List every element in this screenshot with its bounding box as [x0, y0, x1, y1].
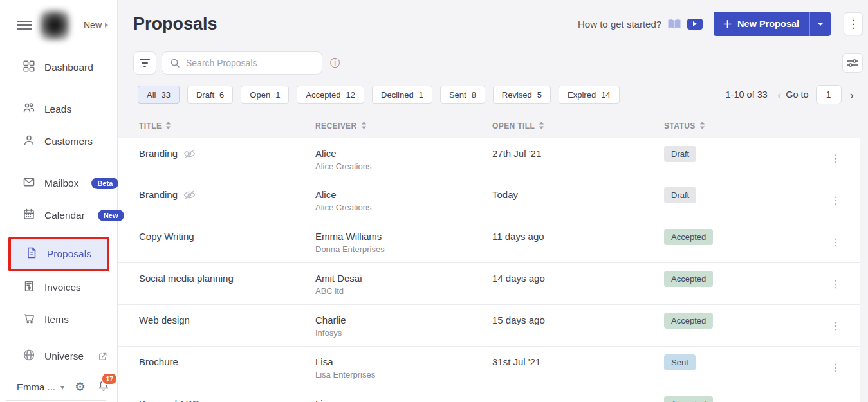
dashboard-icon — [23, 60, 35, 75]
table-row[interactable]: Branding Alice Alice Creations Today Dra… — [118, 179, 860, 221]
sidebar-new-link[interactable]: New — [84, 20, 108, 30]
table-row[interactable]: Branding Alice Alice Creations 27th Jul … — [118, 138, 860, 179]
sidebar-item-label: Invoices — [44, 282, 81, 293]
sidebar-item-label: Proposals — [47, 248, 91, 260]
sidebar-item-universe[interactable]: Universe — [0, 340, 117, 372]
eye-off-icon — [183, 149, 196, 158]
table-row[interactable]: Proposal ABC Lisa Accepted ⋮ — [118, 388, 860, 402]
column-header-receiver[interactable]: RECEIVER — [315, 122, 492, 131]
filter-chip[interactable]: Expired 14 — [559, 86, 620, 104]
table-body: Branding Alice Alice Creations 27th Jul … — [118, 138, 860, 402]
filter-chip[interactable]: Declined 1 — [372, 86, 432, 104]
receiver-name: Lisa — [315, 397, 492, 402]
bell-icon[interactable]: 17 — [97, 379, 110, 394]
status-badge: Accepted — [664, 396, 713, 402]
table-row[interactable]: Social media planning Amit Desai ABC ltd… — [118, 263, 860, 305]
row-kebab-menu[interactable]: ⋮ — [820, 152, 851, 165]
filter-chip-label: Open — [250, 90, 270, 100]
filter-chip[interactable]: Draft 6 — [187, 86, 233, 104]
new-proposal-button-label: New Proposal — [737, 19, 799, 29]
filter-button[interactable] — [133, 51, 156, 75]
filter-chip-count: 33 — [161, 90, 170, 100]
receiver-company: Alice Creations — [315, 203, 492, 213]
filter-chip[interactable]: Open 1 — [241, 86, 289, 104]
sidebar-item-mailbox[interactable]: Mailbox Beta — [0, 167, 117, 199]
filter-chip[interactable]: Sent 8 — [440, 86, 485, 104]
filter-chip[interactable]: Accepted 12 — [297, 86, 364, 104]
row-kebab-menu[interactable]: ⋮ — [820, 278, 851, 290]
goto-label: Go to — [786, 89, 808, 100]
sidebar-item-proposals[interactable]: Proposals — [8, 237, 109, 271]
info-icon[interactable]: ⓘ — [330, 57, 340, 70]
sidebar-item-label: Calendar — [44, 210, 85, 221]
new-proposal-dropdown-button[interactable] — [809, 12, 831, 36]
row-kebab-menu[interactable]: ⋮ — [820, 361, 851, 374]
column-header-title[interactable]: TITLE — [139, 122, 315, 131]
open-till-value — [492, 388, 664, 402]
sidebar-divider — [6, 400, 106, 401]
triangle-down-icon — [817, 23, 824, 26]
filter-chip[interactable]: Revised 5 — [493, 86, 551, 104]
eye-off-icon — [183, 190, 196, 199]
sidebar-item-items[interactable]: Items — [0, 304, 117, 336]
column-header-status[interactable]: STATUS — [664, 122, 820, 131]
sidebar-item-leads[interactable]: Leads — [0, 93, 117, 125]
row-kebab-menu[interactable]: ⋮ — [820, 320, 851, 332]
sidebar-item-customers[interactable]: Customers — [0, 125, 117, 158]
sidebar: New Dashboard Leads Customers Mailbox Be… — [0, 0, 118, 402]
pagination-prev-icon[interactable]: ‹ — [777, 89, 781, 101]
filter-chip-label: Accepted — [306, 90, 340, 100]
new-proposal-button[interactable]: New Proposal — [714, 12, 809, 36]
mailbox-icon — [23, 176, 35, 191]
filter-chip[interactable]: All 33 — [138, 86, 180, 104]
goto-page-input[interactable] — [816, 85, 842, 104]
sidebar-item-invoices[interactable]: Invoices — [0, 271, 117, 304]
video-play-icon[interactable] — [687, 19, 703, 30]
user-name[interactable]: Emma ... — [17, 381, 55, 392]
hamburger-menu-icon[interactable] — [17, 21, 32, 30]
proposal-title: Copy Writing — [139, 230, 194, 243]
help-text[interactable]: How to get started? — [578, 19, 661, 30]
status-badge: Draft — [664, 146, 696, 162]
open-till-value: 31st Jul '21 — [492, 347, 664, 388]
status-badge: Sent — [664, 354, 696, 370]
receiver-name: Amit Desai — [315, 272, 492, 285]
filter-chip-count: 1 — [419, 90, 423, 100]
new-badge: New — [98, 210, 124, 221]
chevron-down-icon[interactable]: ▾ — [60, 383, 64, 392]
row-kebab-menu[interactable]: ⋮ — [820, 194, 851, 206]
sort-icon — [361, 122, 367, 131]
open-till-value: 14 days ago — [492, 263, 664, 304]
column-header-open-till[interactable]: OPEN TILL — [492, 122, 664, 131]
sidebar-item-label: Items — [44, 314, 69, 325]
open-till-value: 27th Jul '21 — [492, 138, 664, 179]
search-input[interactable] — [186, 58, 314, 68]
header-kebab-menu-button[interactable]: ⋮ — [844, 12, 863, 35]
table-row[interactable]: Brochure Lisa Lisa Enterprises 31st Jul … — [118, 347, 860, 388]
calendar-icon — [23, 208, 35, 223]
table-row[interactable]: Web design Charlie Infosys 15 days ago A… — [118, 305, 860, 347]
proposal-title: Social media planning — [139, 272, 234, 285]
row-kebab-menu[interactable]: ⋮ — [820, 236, 851, 248]
sidebar-item-label: Dashboard — [44, 62, 93, 73]
pagination-next-icon[interactable]: › — [850, 89, 854, 101]
column-label: RECEIVER — [315, 122, 357, 131]
proposal-title: Brochure — [139, 356, 178, 369]
table-row[interactable]: Copy Writing Emma Williams Donna Enterpr… — [118, 221, 860, 263]
pagination: 1-10 of 33 ‹ Go to › — [726, 85, 854, 104]
sidebar-item-calendar[interactable]: Calendar New — [0, 199, 117, 232]
filter-chip-count: 5 — [537, 90, 542, 100]
status-badge: Accepted — [664, 271, 713, 287]
guide-book-icon[interactable] — [667, 19, 681, 30]
sidebar-item-label: Universe — [44, 351, 84, 362]
column-label: STATUS — [664, 122, 696, 131]
receiver-name: Lisa — [315, 356, 492, 369]
new-link-label: New — [84, 20, 102, 30]
sidebar-item-label: Mailbox — [44, 178, 78, 189]
open-till-value: Today — [492, 179, 664, 221]
sort-icon — [699, 122, 705, 131]
table-settings-button[interactable] — [842, 53, 863, 73]
sidebar-item-dashboard[interactable]: Dashboard — [0, 51, 117, 84]
search-box — [162, 51, 322, 75]
gear-icon[interactable]: ⚙ — [75, 381, 86, 393]
